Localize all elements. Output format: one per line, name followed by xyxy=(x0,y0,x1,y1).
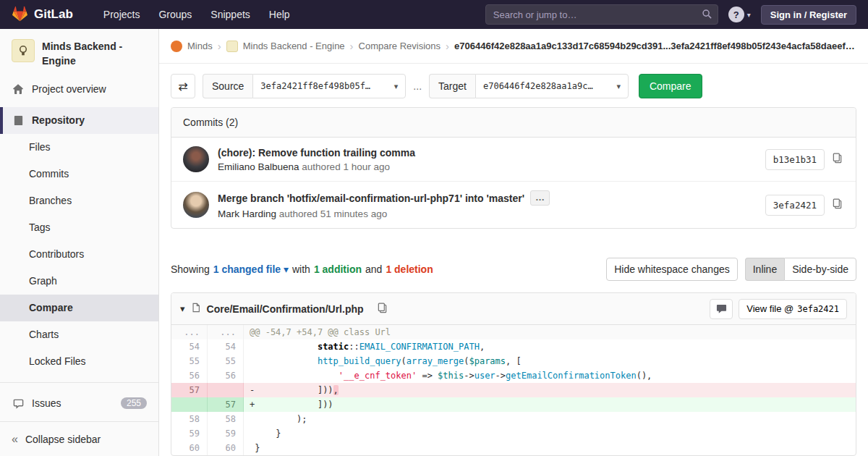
copy-sha-button[interactable] xyxy=(830,151,844,167)
diff-line: ......@@ -54,7 +54,7 @@ class Url xyxy=(171,325,856,339)
commit-author-link[interactable]: Emiliano Balbuena xyxy=(218,161,299,172)
old-line-number[interactable]: 54 xyxy=(171,339,208,354)
hide-whitespace-button[interactable]: Hide whitespace changes xyxy=(606,258,738,281)
view-file-button[interactable]: View file @ 3efa2421 xyxy=(739,299,847,319)
side-by-side-view-button[interactable]: Side-by-side xyxy=(784,258,856,281)
commit-sha-group: 3efa2421 xyxy=(765,195,844,216)
commit-authored-time: authored 51 minutes ago xyxy=(279,208,387,219)
source-revision-dropdown[interactable]: 3efa2421ff8ef498b05f… ▾ xyxy=(252,74,406,98)
diff-code-cell: + ])) xyxy=(244,397,856,412)
compare-button[interactable]: Compare xyxy=(639,74,702,98)
commit-title-link[interactable]: Merge branch 'hotfix/email-confirmation-… xyxy=(218,193,524,204)
with-label: with xyxy=(292,263,310,275)
nav-snippets[interactable]: Snippets xyxy=(210,9,250,20)
commit-description-expander[interactable]: … xyxy=(530,190,550,206)
diff-line: 5555 http_build_query(array_merge($param… xyxy=(171,354,856,368)
sidebar-item-label: Issues xyxy=(32,397,61,409)
swap-revisions-button[interactable]: ⇄ xyxy=(171,74,195,98)
commit-short-sha[interactable]: 3efa2421 xyxy=(765,195,825,216)
project-avatar xyxy=(12,39,35,62)
project-context[interactable]: Minds Backend - Engine xyxy=(0,29,158,76)
diff-line: 5454 static::EMAIL_CONFIRMATION_PATH, xyxy=(171,339,856,354)
group-avatar xyxy=(171,41,182,52)
sidebar-item-locked-files[interactable]: Locked Files xyxy=(0,348,158,375)
comment-bubble-icon xyxy=(716,303,727,314)
new-line-number[interactable]: 55 xyxy=(208,354,244,368)
commit-author-avatar[interactable] xyxy=(183,146,209,172)
diff-file-name[interactable]: Core/Email/Confirmation/Url.php xyxy=(207,303,364,315)
old-line-number[interactable]: 57 xyxy=(171,383,208,397)
new-line-number[interactable] xyxy=(208,383,244,397)
sidebar-divider xyxy=(0,382,158,383)
diff-line: 5858 ); xyxy=(171,412,856,426)
breadcrumb-group[interactable]: Minds xyxy=(187,41,213,51)
commit-author-link[interactable]: Mark Harding xyxy=(218,208,276,219)
file-icon xyxy=(191,303,201,315)
sidebar-item-issues[interactable]: Issues 255 xyxy=(0,390,158,417)
sidebar-item-compare[interactable]: Compare xyxy=(0,295,158,321)
top-navbar: GitLab Projects Groups Snippets Help ? ▾… xyxy=(0,0,868,29)
commit-title-link[interactable]: (chore): Remove function trailing comma xyxy=(218,147,415,159)
diff-table: ......@@ -54,7 +54,7 @@ class Url5454 st… xyxy=(171,325,856,455)
diff-code-cell: http_build_query(array_merge($params, [ xyxy=(244,354,856,368)
gitlab-tanuki-icon xyxy=(12,6,28,24)
project-mini-avatar xyxy=(226,41,238,52)
logo-wordmark: GitLab xyxy=(34,7,73,22)
sidebar-item-files[interactable]: Files xyxy=(0,134,158,161)
old-line-number[interactable]: 56 xyxy=(171,368,208,383)
breadcrumb-project[interactable]: Minds Backend - Engine xyxy=(243,41,345,51)
old-line-number[interactable]: 55 xyxy=(171,354,208,368)
copy-file-path-button[interactable] xyxy=(375,301,389,317)
nav-help[interactable]: Help xyxy=(269,9,290,20)
sidebar-item-graph[interactable]: Graph xyxy=(0,268,158,295)
chevron-down-icon: ▾ xyxy=(747,11,751,19)
commit-author-avatar[interactable] xyxy=(183,192,209,218)
old-line-number[interactable]: 58 xyxy=(171,412,208,426)
nav-projects[interactable]: Projects xyxy=(103,9,140,20)
search-input[interactable] xyxy=(485,4,718,25)
toggle-comments-button[interactable] xyxy=(710,299,733,319)
changed-files-label: 1 changed file xyxy=(213,263,281,275)
old-line-number[interactable]: 60 xyxy=(171,441,208,455)
help-menu[interactable]: ? ▾ xyxy=(728,7,751,22)
target-revision-dropdown[interactable]: e706446f42e828aa1a9c… ▾ xyxy=(475,74,629,98)
collapse-file-caret-icon[interactable]: ▾ xyxy=(180,303,185,314)
sidebar-item-contributors[interactable]: Contributors xyxy=(0,241,158,268)
copy-sha-button[interactable] xyxy=(830,197,844,213)
source-revision-value: 3efa2421ff8ef498b05f… xyxy=(260,81,370,91)
issues-count-badge: 255 xyxy=(121,397,147,409)
collapse-sidebar-button[interactable]: « Collapse sidebar xyxy=(0,421,158,456)
new-line-number[interactable]: 56 xyxy=(208,368,244,383)
inline-view-button[interactable]: Inline xyxy=(745,258,784,281)
sidebar-item-tags[interactable]: Tags xyxy=(0,214,158,241)
commit-short-sha[interactable]: b13e1b31 xyxy=(765,149,825,170)
old-line-number: ... xyxy=(171,325,208,339)
sidebar-item-branches[interactable]: Branches xyxy=(0,187,158,214)
source-label: Source xyxy=(203,74,252,98)
sidebar-item-project-overview[interactable]: Project overview xyxy=(0,76,158,103)
sidebar-item-commits[interactable]: Commits xyxy=(0,161,158,187)
breadcrumb-separator-icon: › xyxy=(218,40,221,52)
sidebar-item-label: Project overview xyxy=(32,83,106,95)
diff-file-actions: View file @ 3efa2421 xyxy=(710,299,847,319)
new-line-number[interactable]: 59 xyxy=(208,426,244,441)
nav-groups[interactable]: Groups xyxy=(158,9,192,20)
new-line-number[interactable]: 58 xyxy=(208,412,244,426)
new-line-number[interactable]: 60 xyxy=(208,441,244,455)
commit-title-row: (chore): Remove function trailing comma xyxy=(218,147,757,159)
commit-title-row: Merge branch 'hotfix/email-confirmation-… xyxy=(218,190,757,206)
chevron-down-icon: ▾ xyxy=(616,82,621,91)
breadcrumb-compare-revisions[interactable]: Compare Revisions xyxy=(359,41,441,51)
new-line-number[interactable]: 54 xyxy=(208,339,244,354)
target-revision-value: e706446f42e828aa1a9c… xyxy=(483,81,593,91)
old-line-number[interactable]: 59 xyxy=(171,426,208,441)
sidebar-item-charts[interactable]: Charts xyxy=(0,321,158,348)
sidebar-item-repository[interactable]: Repository xyxy=(0,107,158,134)
double-chevron-left-icon: « xyxy=(12,433,18,446)
gitlab-logo[interactable]: GitLab xyxy=(12,6,73,24)
commit-sha-group: b13e1b31 xyxy=(765,149,844,170)
old-line-number[interactable] xyxy=(171,397,208,412)
new-line-number[interactable]: 57 xyxy=(208,397,244,412)
changed-files-dropdown[interactable]: 1 changed file ▾ xyxy=(213,263,289,275)
sign-in-button[interactable]: Sign in / Register xyxy=(761,5,856,25)
